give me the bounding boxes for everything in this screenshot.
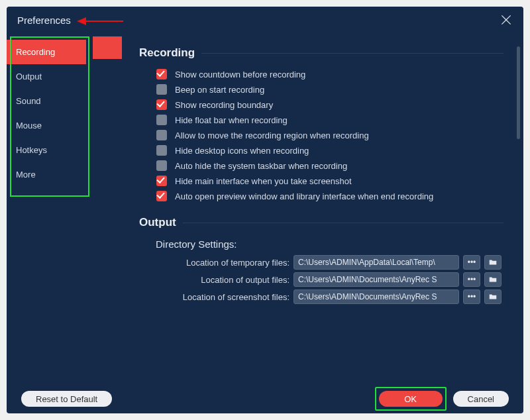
footer: Reset to Default OK Cancel bbox=[7, 384, 523, 413]
directory-path-input[interactable]: C:\Users\ADMIN\Documents\AnyRec S bbox=[293, 289, 459, 304]
annotation-ok-box: OK bbox=[375, 387, 447, 411]
close-icon[interactable] bbox=[500, 13, 513, 26]
ok-button[interactable]: OK bbox=[379, 391, 443, 407]
scrollbar[interactable] bbox=[517, 46, 520, 139]
option-label: Auto open preview window and library int… bbox=[175, 191, 433, 201]
section-heading-output: Output bbox=[139, 216, 504, 229]
sidebar-item-output[interactable]: Output bbox=[7, 64, 86, 89]
open-folder-icon[interactable] bbox=[484, 272, 502, 287]
directory-settings-label: Directory Settings: bbox=[156, 238, 504, 250]
directory-label: Location of temporary files: bbox=[156, 258, 290, 268]
sidebar-item-label: Sound bbox=[16, 96, 41, 106]
sidebar-item-label: Recording bbox=[16, 47, 55, 57]
sidebar-item-more[interactable]: More bbox=[7, 162, 86, 187]
option-label: Show recording boundary bbox=[175, 100, 273, 110]
option-row[interactable]: Show countdown before recording bbox=[156, 69, 504, 79]
sidebar-item-sound[interactable]: Sound bbox=[7, 89, 86, 113]
option-row[interactable]: Hide desktop icons when recording bbox=[156, 145, 504, 156]
directory-row: Location of output files: C:\Users\ADMIN… bbox=[139, 272, 504, 287]
option-row[interactable]: Show recording boundary bbox=[156, 99, 504, 110]
button-label: Reset to Default bbox=[36, 394, 97, 404]
reset-to-default-button[interactable]: Reset to Default bbox=[21, 391, 112, 407]
sidebar-item-label: Hotkeys bbox=[16, 145, 47, 155]
option-label: Hide desktop icons when recording bbox=[175, 146, 309, 156]
sidebar: Recording Output Sound Mouse Hotkeys Mor… bbox=[7, 33, 86, 384]
option-label: Beep on start recording bbox=[175, 85, 264, 95]
section-heading-recording: Recording bbox=[139, 46, 504, 60]
sidebar-item-hotkeys[interactable]: Hotkeys bbox=[7, 138, 86, 162]
open-folder-icon[interactable] bbox=[484, 255, 502, 270]
sidebar-item-recording[interactable]: Recording bbox=[7, 40, 86, 64]
checkbox-icon[interactable] bbox=[156, 84, 167, 95]
section-title: Output bbox=[139, 216, 176, 229]
open-folder-icon[interactable] bbox=[484, 289, 502, 304]
browse-button[interactable]: ••• bbox=[463, 289, 480, 304]
directory-label: Location of screenshot files: bbox=[156, 292, 290, 302]
sidebar-item-label: Output bbox=[16, 72, 42, 81]
button-label: OK bbox=[404, 394, 417, 404]
recording-options: Show countdown before recording Beep on … bbox=[139, 69, 504, 201]
section-divider bbox=[183, 223, 504, 223]
titlebar: Preferences bbox=[7, 7, 523, 33]
window-title: Preferences bbox=[17, 15, 71, 26]
browse-button[interactable]: ••• bbox=[463, 272, 480, 287]
option-label: Show countdown before recording bbox=[175, 70, 305, 79]
checkbox-icon[interactable] bbox=[156, 176, 167, 186]
checkbox-icon[interactable] bbox=[156, 145, 167, 156]
checkbox-icon[interactable] bbox=[156, 130, 167, 140]
option-row[interactable]: Allow to move the recording region when … bbox=[156, 130, 504, 140]
sidebar-item-label: Mouse bbox=[16, 121, 42, 131]
option-row[interactable]: Hide main interface when you take screen… bbox=[156, 176, 504, 186]
option-label: Allow to move the recording region when … bbox=[175, 131, 369, 140]
option-row[interactable]: Hide float bar when recording bbox=[156, 115, 504, 125]
option-label: Auto hide the system taskbar when record… bbox=[175, 161, 347, 171]
option-row[interactable]: Auto hide the system taskbar when record… bbox=[156, 160, 504, 171]
directory-row: Location of screenshot files: C:\Users\A… bbox=[139, 289, 504, 304]
sidebar-item-mouse[interactable]: Mouse bbox=[7, 113, 86, 138]
section-divider bbox=[201, 53, 504, 54]
checkbox-icon[interactable] bbox=[156, 69, 167, 79]
directory-row: Location of temporary files: C:\Users\AD… bbox=[139, 255, 504, 270]
option-row[interactable]: Beep on start recording bbox=[156, 84, 504, 95]
directory-path-input[interactable]: C:\Users\ADMIN\Documents\AnyRec S bbox=[293, 272, 459, 287]
checkbox-icon[interactable] bbox=[156, 115, 167, 125]
preferences-window: Preferences Recording Output Sound Mouse… bbox=[7, 7, 523, 413]
sidebar-item-label: More bbox=[16, 170, 36, 180]
cancel-button[interactable]: Cancel bbox=[453, 391, 509, 407]
button-label: Cancel bbox=[468, 394, 494, 404]
option-label: Hide float bar when recording bbox=[175, 115, 288, 125]
option-row[interactable]: Auto open preview window and library int… bbox=[156, 191, 504, 201]
checkbox-icon[interactable] bbox=[156, 191, 167, 201]
directory-label: Location of output files: bbox=[156, 275, 290, 285]
section-title: Recording bbox=[139, 46, 195, 60]
checkbox-icon[interactable] bbox=[156, 99, 167, 110]
checkbox-icon[interactable] bbox=[156, 160, 167, 171]
main-panel: Recording Show countdown before recordin… bbox=[86, 33, 523, 384]
option-label: Hide main interface when you take screen… bbox=[175, 176, 352, 186]
browse-button[interactable]: ••• bbox=[463, 255, 480, 270]
directory-path-input[interactable]: C:\Users\ADMIN\AppData\Local\Temp\ bbox=[293, 255, 459, 270]
